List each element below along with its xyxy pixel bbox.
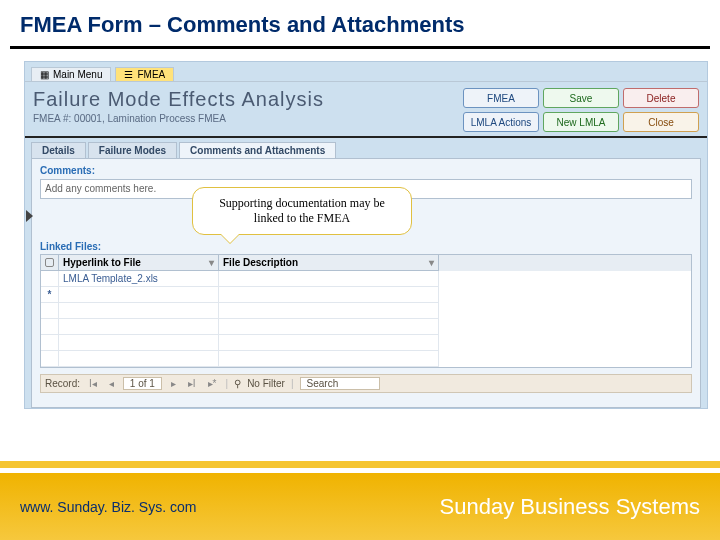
menu-icon: ▦ bbox=[40, 69, 49, 80]
nav-last[interactable]: ▸I bbox=[185, 378, 199, 389]
table-empty-row bbox=[41, 335, 691, 351]
form-body: Failure Mode Effects Analysis FMEA #: 00… bbox=[25, 82, 707, 408]
nav-search-box[interactable]: Search bbox=[300, 377, 380, 390]
footer: www. Sunday. Biz. Sys. com Sunday Busine… bbox=[0, 468, 720, 540]
nav-prev[interactable]: ◂ bbox=[106, 378, 117, 389]
nav-first[interactable]: I◂ bbox=[86, 378, 100, 389]
nav-sep: | bbox=[291, 378, 294, 389]
nav-nofilter[interactable]: No Filter bbox=[247, 378, 285, 389]
comments-label: Comments: bbox=[40, 165, 692, 176]
cell-description[interactable] bbox=[219, 271, 439, 287]
header-rule bbox=[25, 136, 707, 138]
chevron-down-icon: ▾ bbox=[429, 257, 434, 268]
nav-sep: | bbox=[226, 378, 229, 389]
linked-files-grid: Hyperlink to File▾ File Description▾ LML… bbox=[40, 254, 692, 368]
cell-hyperlink[interactable]: LMLA Template_2.xls bbox=[59, 271, 219, 287]
form-icon: ☰ bbox=[124, 69, 133, 80]
new-row-marker: * bbox=[41, 287, 59, 303]
attachments-panel: Comments: Supporting documentation may b… bbox=[31, 158, 701, 408]
table-row[interactable]: LMLA Template_2.xls bbox=[41, 271, 691, 287]
fmea-button[interactable]: FMEA bbox=[463, 88, 539, 108]
callout-text: Supporting documentation may be linked t… bbox=[219, 196, 385, 225]
ribbon-tab-fmea[interactable]: ☰ FMEA bbox=[115, 67, 174, 81]
nav-position[interactable]: 1 of 1 bbox=[123, 377, 162, 390]
footer-brand: Sunday Business Systems bbox=[440, 494, 700, 520]
table-empty-row bbox=[41, 303, 691, 319]
linked-files-label: Linked Files: bbox=[40, 241, 692, 252]
ribbon-tab-main-label: Main Menu bbox=[53, 69, 102, 80]
delete-button[interactable]: Delete bbox=[623, 88, 699, 108]
form-header: Failure Mode Effects Analysis FMEA #: 00… bbox=[25, 82, 707, 134]
ribbon: ▦ Main Menu ☰ FMEA bbox=[25, 62, 707, 82]
title-rule bbox=[10, 46, 710, 49]
ribbon-tab-main[interactable]: ▦ Main Menu bbox=[31, 67, 111, 81]
actions-button[interactable]: LMLA Actions bbox=[463, 112, 539, 132]
table-empty-row bbox=[41, 351, 691, 367]
grid-header-hyperlink[interactable]: Hyperlink to File▾ bbox=[59, 255, 219, 271]
app-window: ▦ Main Menu ☰ FMEA Failure Mode Effects … bbox=[24, 61, 708, 409]
tab-failure-modes[interactable]: Failure Modes bbox=[88, 142, 177, 158]
nav-new[interactable]: ▸* bbox=[205, 378, 220, 389]
form-button-grid: FMEA Save Delete LMLA Actions New LMLA C… bbox=[463, 88, 699, 132]
chevron-down-icon: ▾ bbox=[209, 257, 214, 268]
filter-icon: ⚲ bbox=[234, 378, 241, 389]
nav-label: Record: bbox=[45, 378, 80, 389]
cell-hyperlink-new[interactable] bbox=[59, 287, 219, 303]
nav-next[interactable]: ▸ bbox=[168, 378, 179, 389]
tab-comments-attachments[interactable]: Comments and Attachments bbox=[179, 142, 336, 158]
record-navigator: Record: I◂ ◂ 1 of 1 ▸ ▸I ▸* | ⚲ No Filte… bbox=[40, 374, 692, 393]
form-subtitle: FMEA #: 00001, Lamination Process FMEA bbox=[33, 113, 455, 124]
new-lmla-button[interactable]: New LMLA bbox=[543, 112, 619, 132]
tab-details[interactable]: Details bbox=[31, 142, 86, 158]
grid-header-description[interactable]: File Description▾ bbox=[219, 255, 439, 271]
table-new-row[interactable]: * bbox=[41, 287, 691, 303]
row-selector[interactable] bbox=[41, 271, 59, 287]
side-arrow-icon bbox=[26, 210, 33, 222]
form-title: Failure Mode Effects Analysis bbox=[33, 88, 455, 111]
ribbon-tab-fmea-label: FMEA bbox=[137, 69, 165, 80]
close-button[interactable]: Close bbox=[623, 112, 699, 132]
attachment-icon bbox=[45, 258, 54, 267]
footer-url: www. Sunday. Biz. Sys. com bbox=[20, 499, 196, 515]
save-button[interactable]: Save bbox=[543, 88, 619, 108]
callout-bubble: Supporting documentation may be linked t… bbox=[192, 187, 412, 235]
table-empty-row bbox=[41, 319, 691, 335]
grid-select-header[interactable] bbox=[41, 255, 59, 271]
subtabs: Details Failure Modes Comments and Attac… bbox=[25, 142, 707, 158]
slide-title: FMEA Form – Comments and Attachments bbox=[0, 0, 720, 46]
cell-description-new[interactable] bbox=[219, 287, 439, 303]
